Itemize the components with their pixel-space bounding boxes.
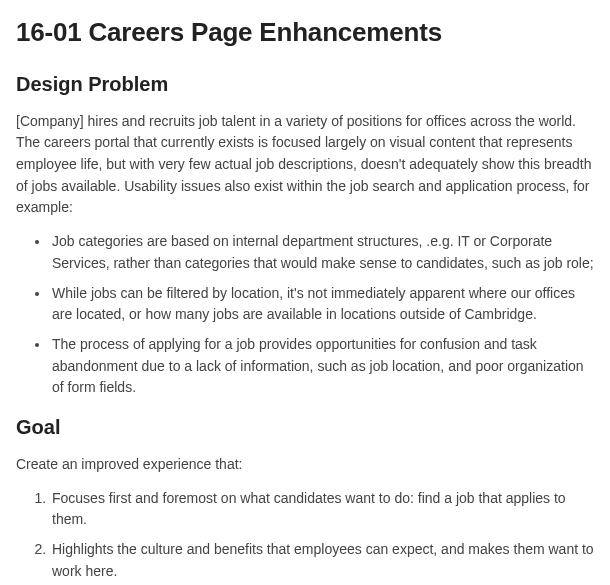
page-title: 16-01 Careers Page Enhancements xyxy=(16,14,594,52)
list-item: Focuses first and foremost on what candi… xyxy=(50,488,594,531)
list-item: Highlights the culture and benefits that… xyxy=(50,539,594,582)
goal-list: Focuses first and foremost on what candi… xyxy=(16,488,594,585)
list-item: Job categories are based on internal dep… xyxy=(50,231,594,274)
goal-intro: Create an improved experience that: xyxy=(16,454,594,476)
design-problem-list: Job categories are based on internal dep… xyxy=(16,231,594,399)
list-item: The process of applying for a job provid… xyxy=(50,334,594,399)
section-heading-goal: Goal xyxy=(16,413,594,442)
list-item: While jobs can be filtered by location, … xyxy=(50,283,594,326)
design-problem-intro: [Company] hires and recruits job talent … xyxy=(16,111,594,219)
section-heading-design-problem: Design Problem xyxy=(16,70,594,99)
